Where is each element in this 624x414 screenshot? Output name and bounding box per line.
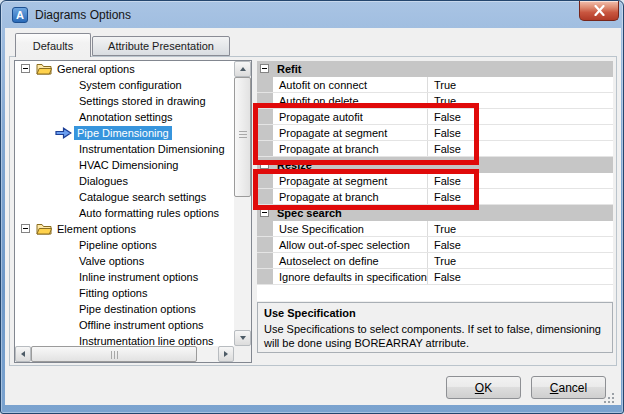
resize-grip[interactable] <box>603 392 614 403</box>
tree-group-general-options[interactable]: General options <box>15 61 234 77</box>
property-section-refit[interactable]: Refit <box>257 61 613 77</box>
tree-item-offline-instrument-options[interactable]: Offline instrument options <box>15 317 234 333</box>
scroll-left-button[interactable] <box>15 346 31 362</box>
tree-item-pipe-dimensioning[interactable]: Pipe Dimensioning <box>15 125 234 141</box>
property-row-autofit-on-connect[interactable]: Autofit on connect True <box>257 77 613 93</box>
tree-item-pipeline-options[interactable]: Pipeline options <box>15 237 234 253</box>
app-icon: A <box>12 7 28 23</box>
category-indent <box>257 77 273 92</box>
tree-item-pipe-destination-options[interactable]: Pipe destination options <box>15 301 234 317</box>
scrollbar-corner <box>234 346 251 362</box>
collapse-minus-icon[interactable] <box>260 64 269 73</box>
close-button[interactable] <box>579 1 619 21</box>
horizontal-scrollbar-thumb[interactable] <box>31 346 197 362</box>
help-text: Use Specifications to select components.… <box>264 322 608 350</box>
property-value[interactable]: True <box>427 221 613 236</box>
tab-label: Defaults <box>33 40 73 52</box>
help-panel: Use Specification Use Specifications to … <box>257 302 613 353</box>
dialog-window: A Diagrams Options Attribute Presentatio… <box>0 0 624 414</box>
folder-icon <box>36 223 52 235</box>
tab-label: Attribute Presentation <box>108 40 214 52</box>
tree-item-valve-options[interactable]: Valve options <box>15 253 234 269</box>
property-row-autoselect-on-define[interactable]: Autoselect on define True <box>257 253 613 269</box>
property-row-allow-out-of-spec-selection[interactable]: Allow out-of-spec selection False <box>257 237 613 253</box>
annotation-highlight-resize-propagate <box>253 169 479 210</box>
tree-horizontal-scrollbar[interactable] <box>15 346 234 362</box>
property-value[interactable]: True <box>427 253 613 268</box>
property-value[interactable]: True <box>427 77 613 92</box>
scroll-down-button[interactable] <box>234 330 251 346</box>
tree-item-system-configuration[interactable]: System configuration <box>15 77 234 93</box>
tree-group-element-options[interactable]: Element options <box>15 221 234 237</box>
tree-item-fitting-options[interactable]: Fitting options <box>15 285 234 301</box>
scroll-up-button[interactable] <box>234 61 251 77</box>
tree-vertical-scrollbar[interactable] <box>234 61 251 346</box>
category-indent <box>257 269 273 284</box>
property-value[interactable]: False <box>427 237 613 252</box>
triangle-left-icon <box>21 351 25 357</box>
selected-item-arrow-icon <box>55 127 72 139</box>
collapse-minus-icon[interactable] <box>21 224 30 233</box>
triangle-right-icon <box>224 351 228 357</box>
category-indent <box>257 221 273 236</box>
tree-item-instrumentation-dimensioning[interactable]: Instrumentation Dimensioning <box>15 141 234 157</box>
folder-icon <box>36 63 52 75</box>
vertical-scrollbar-thumb[interactable] <box>234 77 251 197</box>
triangle-down-icon <box>240 336 246 340</box>
ok-button[interactable]: OK <box>446 376 521 399</box>
property-value[interactable]: False <box>427 269 613 284</box>
tree-item-dialogues[interactable]: Dialogues <box>15 173 234 189</box>
tree-content: General options System configuration Set… <box>15 61 234 346</box>
tree-item-auto-formatting-rules-options[interactable]: Auto formatting rules options <box>15 205 234 221</box>
tab-defaults[interactable]: Defaults <box>15 33 91 57</box>
tree-item-instrumentation-line-options[interactable]: Instrumentation line options <box>15 333 234 346</box>
tree-item-inline-instrument-options[interactable]: Inline instrument options <box>15 269 234 285</box>
help-title: Use Specification <box>264 307 356 319</box>
window-title: Diagrams Options <box>35 8 131 22</box>
tree-item-settings-stored-in-drawing[interactable]: Settings stored in drawing <box>15 93 234 109</box>
tree-item-hvac-dimensioning[interactable]: HVAC Dimensioning <box>15 157 234 173</box>
property-row-ignore-defaults-in-specification[interactable]: Ignore defaults in specification False <box>257 269 613 285</box>
tree-item-catalogue-search-settings[interactable]: Catalogue search settings <box>15 189 234 205</box>
options-tree: General options System configuration Set… <box>14 60 252 363</box>
tree-item-annotation-settings[interactable]: Annotation settings <box>15 109 234 125</box>
category-indent <box>257 237 273 252</box>
scroll-right-button[interactable] <box>218 346 234 362</box>
category-indent <box>257 253 273 268</box>
cancel-button[interactable]: Cancel <box>531 376 606 399</box>
annotation-highlight-refit-propagate <box>253 103 479 165</box>
title-bar[interactable]: A Diagrams Options <box>1 1 624 28</box>
property-row-use-specification[interactable]: Use Specification True <box>257 221 613 237</box>
close-icon <box>593 5 606 16</box>
triangle-up-icon <box>240 67 246 71</box>
tab-attribute-presentation[interactable]: Attribute Presentation <box>92 36 230 56</box>
collapse-minus-icon[interactable] <box>21 64 30 73</box>
